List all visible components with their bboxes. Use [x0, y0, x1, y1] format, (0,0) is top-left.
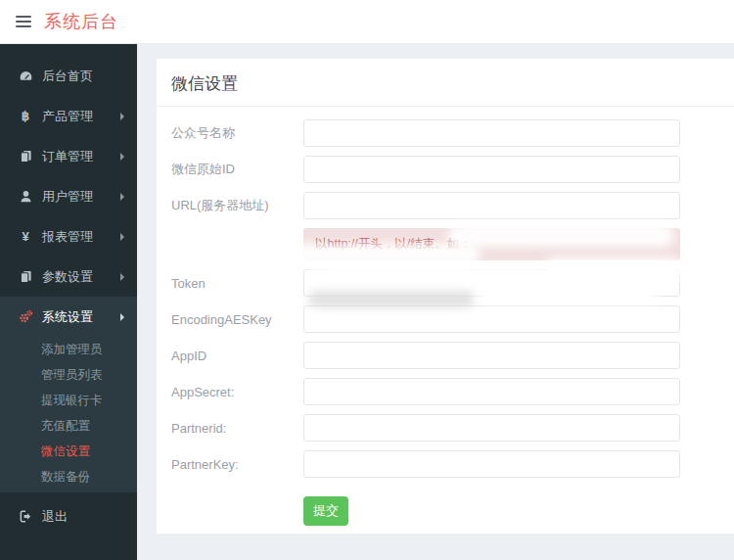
sidebar: 后台首页 ฿ 产品管理 订单管理 用户管理 ¥ 报表管理 [0, 44, 137, 560]
sidebar-item-label: 订单管理 [42, 148, 93, 165]
sidebar-item-label: 后台首页 [42, 68, 93, 85]
sidebar-item-params[interactable]: 参数设置 [0, 257, 137, 297]
input-official-account-name[interactable] [303, 119, 680, 147]
bitcoin-icon: ฿ [18, 109, 33, 123]
caret-right-icon [120, 113, 124, 120]
panel-title: 微信设置 [157, 59, 734, 107]
field-label: URL(服务器地址) [171, 197, 303, 214]
form-row: Partnerid: [171, 414, 719, 442]
caret-right-icon [120, 233, 124, 241]
sidebar-item-label: 退出 [42, 508, 68, 526]
form-row: 公众号名称 [171, 119, 719, 147]
input-wechat-original-id[interactable] [303, 156, 680, 183]
url-format-alert: 以http://开头，以/结束。如： [303, 228, 680, 260]
content-wrapper: 微信设置 公众号名称 微信原始ID URL(服务器地址) 以http://开头，… [137, 44, 734, 560]
sidebar-item-orders[interactable]: 订单管理 [0, 136, 137, 176]
sidebar-item-label: 系统设置 [42, 308, 93, 326]
copy-icon [18, 149, 33, 163]
dashboard-icon [18, 69, 33, 83]
sidebar-subitem-recharge-config[interactable]: 充值配置 [0, 413, 137, 439]
submit-button[interactable]: 提交 [303, 496, 348, 526]
sidebar-subitem-wechat-settings[interactable]: 微信设置 [0, 439, 137, 464]
sidebar-item-label: 用户管理 [42, 188, 93, 206]
yen-icon: ¥ [18, 229, 33, 244]
sidebar-item-label: 产品管理 [42, 108, 93, 125]
app-title: 系统后台 [44, 10, 118, 33]
field-label: AppID [171, 349, 303, 363]
sidebar-item-logout[interactable]: 退出 [0, 496, 137, 537]
sidebar-group-system-settings: 系统设置 添加管理员 管理员列表 提现银行卡 充值配置 微信设置 数据备份 [0, 297, 137, 492]
wechat-settings-form: 公众号名称 微信原始ID URL(服务器地址) 以http://开头，以/结束。… [157, 107, 734, 538]
form-row: AppID [171, 342, 719, 369]
sidebar-subitem-add-admin[interactable]: 添加管理员 [0, 337, 137, 362]
input-partnerkey[interactable] [303, 450, 680, 478]
hamburger-menu-icon[interactable] [16, 13, 31, 30]
sidebar-item-reports[interactable]: ¥ 报表管理 [0, 216, 137, 257]
form-row: EncodingAESKey [171, 305, 719, 333]
form-row: Token [171, 269, 719, 297]
gears-icon [18, 309, 33, 324]
input-token[interactable] [303, 269, 680, 297]
sidebar-item-users[interactable]: 用户管理 [0, 176, 137, 216]
user-icon [18, 189, 33, 204]
sidebar-item-dashboard[interactable]: 后台首页 [0, 56, 137, 96]
input-appsecret[interactable] [303, 378, 680, 405]
caret-right-icon [120, 313, 124, 321]
caret-right-icon [120, 273, 124, 281]
sidebar-item-system-settings[interactable]: 系统设置 [0, 297, 137, 337]
input-encoding-aes-key[interactable] [303, 305, 680, 333]
caret-right-icon [120, 193, 124, 201]
sidebar-item-label: 参数设置 [42, 268, 93, 286]
form-row: 微信原始ID [171, 156, 719, 183]
field-label: EncodingAESKey [171, 312, 303, 327]
form-row: PartnerKey: [171, 450, 719, 478]
sidebar-subitem-withdraw-bank-card[interactable]: 提现银行卡 [0, 388, 137, 413]
field-label: Token [171, 276, 303, 291]
input-appid[interactable] [303, 342, 680, 369]
field-label: 微信原始ID [171, 161, 303, 178]
sidebar-subitem-admin-list[interactable]: 管理员列表 [0, 362, 137, 388]
wechat-settings-panel: 微信设置 公众号名称 微信原始ID URL(服务器地址) 以http://开头，… [157, 59, 734, 534]
sidebar-item-label: 报表管理 [42, 228, 93, 246]
top-navbar: 系统后台 [0, 0, 734, 44]
form-row: URL(服务器地址) [171, 192, 719, 219]
form-row: AppSecret: [171, 378, 719, 405]
input-server-url[interactable] [303, 192, 680, 219]
copy-icon [18, 269, 33, 284]
field-label: 公众号名称 [171, 124, 303, 142]
caret-right-icon [120, 153, 124, 161]
sign-out-icon [18, 509, 33, 524]
system-settings-submenu: 添加管理员 管理员列表 提现银行卡 充值配置 微信设置 数据备份 [0, 337, 137, 492]
sidebar-item-products[interactable]: ฿ 产品管理 [0, 96, 137, 136]
field-label: Partnerid: [171, 421, 303, 436]
field-label: AppSecret: [171, 385, 303, 399]
field-label: PartnerKey: [171, 457, 303, 472]
sidebar-subitem-data-backup[interactable]: 数据备份 [0, 464, 137, 490]
input-partnerid[interactable] [303, 414, 680, 442]
